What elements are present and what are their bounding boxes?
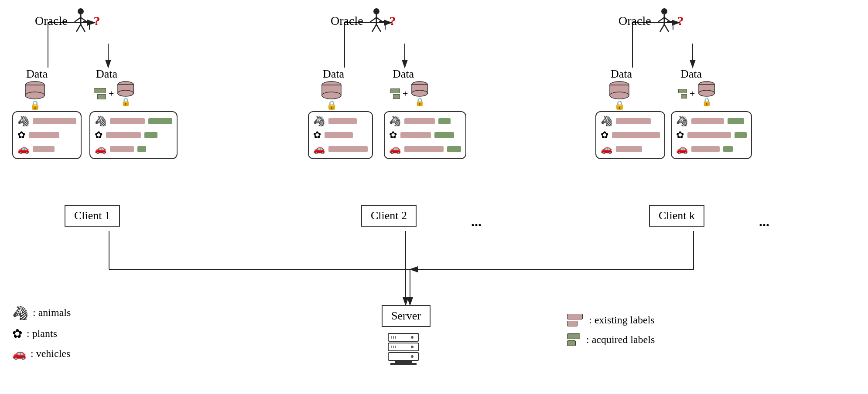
svg-rect-15 [83, 21, 89, 22]
svg-rect-64 [390, 363, 417, 365]
animals-icon: 🦓 [12, 305, 28, 320]
client1-db-left: 🔒 [24, 81, 46, 110]
svg-line-28 [376, 24, 381, 32]
clientk-card-left: 🦓 ✿ 🚗 [595, 111, 665, 159]
arrows-svg [0, 0, 868, 394]
animals-label: : animals [33, 307, 71, 319]
svg-line-25 [370, 17, 376, 22]
client2-db-left: 🔒 [321, 81, 342, 110]
svg-point-37 [661, 8, 667, 14]
legend-section: 🦓 : animals ✿ : plants 🚗 : vehicles [12, 305, 71, 360]
svg-point-19 [25, 92, 44, 99]
client2-card-right: 🦓 ✿ 🚗 [384, 111, 466, 159]
clientk-question-mark: ? [677, 14, 684, 28]
clientk-data-label-left: Data [611, 68, 632, 81]
svg-line-39 [658, 17, 664, 22]
db-icon [24, 81, 46, 100]
svg-rect-63 [395, 360, 412, 363]
svg-rect-51 [388, 333, 419, 341]
clientk-db-left: 🔒 [608, 81, 630, 110]
ellipsis-1: ... [471, 214, 482, 230]
svg-point-52 [411, 336, 413, 339]
client2-box: Client 2 [361, 205, 417, 227]
clientk-box: Client k [649, 205, 704, 227]
ellipsis-2: ... [759, 214, 769, 230]
plants-label: : plants [27, 328, 57, 340]
clientk-oracle-label: Oracle [619, 14, 651, 28]
client1-data-label-left: Data [26, 68, 48, 81]
clientk-oracle-row: Oracle ? [619, 8, 684, 34]
client2-data-label-left: Data [323, 68, 344, 81]
client2-data-label-right: Data [393, 68, 414, 81]
clientk-person-icon [655, 8, 674, 34]
vehicles-label: : vehicles [31, 348, 70, 360]
server-icon [386, 331, 421, 372]
legend-section-right: : existing labels : acquired labels [567, 314, 655, 346]
client2-model-right: + 🔒 [390, 81, 429, 107]
acquired-labels-label: : acquired labels [586, 334, 655, 346]
svg-rect-56 [388, 343, 419, 351]
svg-point-22 [118, 90, 133, 96]
svg-rect-43 [667, 21, 673, 22]
svg-point-23 [373, 8, 379, 14]
client2-oracle-row: Oracle ? [331, 8, 396, 34]
svg-point-9 [78, 8, 84, 14]
svg-point-33 [322, 92, 341, 99]
svg-line-27 [372, 24, 376, 32]
client1-question-mark: ? [94, 14, 100, 28]
svg-rect-29 [379, 21, 385, 22]
svg-point-57 [411, 346, 413, 348]
client2-question-mark: ? [390, 14, 396, 28]
client1-card-right: 🦓 ✿ 🚗 [89, 111, 178, 159]
clientk-model-right: + 🔒 [678, 81, 716, 107]
client2-person-icon [367, 8, 386, 34]
clientk-card-right: 🦓 ✿ 🚗 [671, 111, 752, 159]
client2-oracle-label: Oracle [331, 14, 363, 28]
clientk-data-label-right: Data [680, 68, 702, 81]
svg-line-14 [81, 24, 85, 32]
vehicles-icon: 🚗 [12, 347, 26, 360]
client1-model-right: + 🔒 [94, 81, 135, 107]
svg-point-36 [412, 90, 427, 96]
client1-person-icon [71, 8, 90, 34]
existing-labels-label: : existing labels [589, 314, 655, 326]
svg-line-11 [75, 17, 81, 22]
client1-oracle-label: Oracle [35, 14, 68, 28]
client1-box: Client 1 [65, 205, 120, 227]
svg-point-47 [610, 92, 629, 99]
client2-card-left: 🦓 ✿ 🚗 [308, 111, 373, 159]
plants-icon: ✿ [12, 326, 22, 341]
diagram-container: Oracle ? Data Data 🔒 [0, 0, 868, 394]
client1-oracle-row: Oracle ? [35, 8, 100, 34]
svg-point-62 [411, 355, 413, 358]
svg-rect-61 [388, 353, 419, 360]
client1-data-label-right: Data [96, 68, 117, 81]
server-box: Server [382, 305, 431, 327]
svg-point-50 [699, 90, 714, 96]
svg-line-13 [76, 24, 81, 32]
svg-line-42 [664, 24, 669, 32]
client1-card-left: 🦓 ✿ 🚗 [12, 111, 82, 159]
svg-line-41 [660, 24, 664, 32]
